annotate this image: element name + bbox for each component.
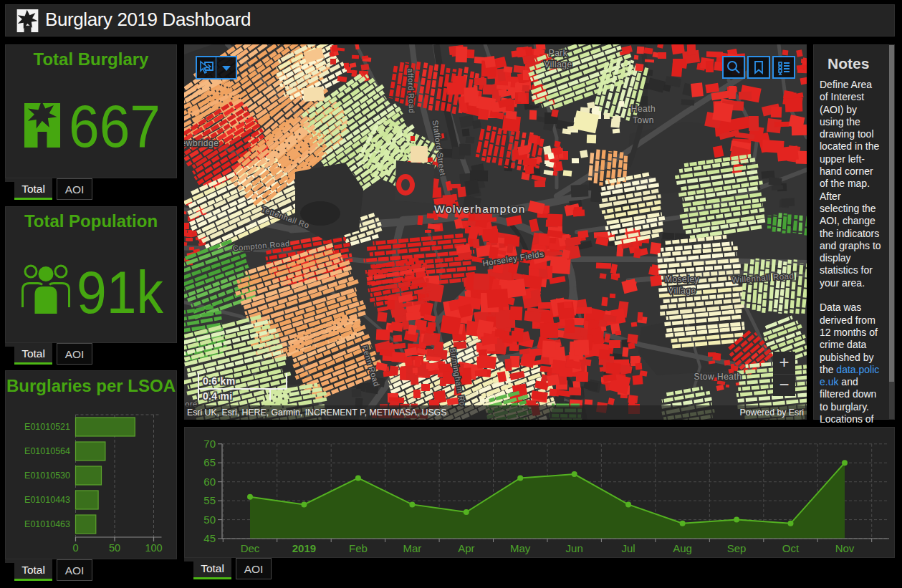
svg-text:E01010564: E01010564	[24, 446, 70, 456]
svg-text:50: 50	[109, 542, 120, 554]
svg-text:91k: 91k	[77, 259, 164, 326]
svg-text:Dec: Dec	[241, 542, 260, 554]
svg-text:Apr: Apr	[458, 542, 474, 554]
svg-text:Town: Town	[633, 115, 654, 125]
svg-text:50: 50	[203, 514, 216, 526]
svg-text:2019: 2019	[292, 542, 316, 554]
svg-text:Heath: Heath	[631, 104, 656, 114]
svg-text:Nov: Nov	[835, 542, 855, 554]
svg-text:0.6 km: 0.6 km	[203, 375, 235, 387]
svg-text:0: 0	[72, 542, 78, 554]
svg-text:Moseley: Moseley	[665, 274, 699, 284]
svg-text:Park: Park	[549, 48, 568, 58]
svg-text:667: 667	[69, 92, 160, 160]
svg-text:E01010463: E01010463	[24, 519, 70, 529]
svg-text:E01010443: E01010443	[24, 495, 70, 505]
svg-text:70: 70	[203, 438, 216, 450]
svg-text:60: 60	[203, 476, 216, 488]
svg-text:65: 65	[203, 456, 216, 468]
svg-text:Feb: Feb	[349, 542, 368, 554]
svg-text:E01010521: E01010521	[24, 422, 70, 432]
svg-text:Mar: Mar	[403, 542, 421, 554]
svg-text:Aug: Aug	[673, 542, 692, 554]
svg-text:Jul: Jul	[622, 542, 635, 554]
svg-text:Stow Heath: Stow Heath	[694, 372, 742, 382]
svg-text:Village: Village	[668, 286, 696, 296]
svg-text:45: 45	[203, 532, 216, 544]
svg-text:Sep: Sep	[727, 542, 747, 554]
svg-text:Jun: Jun	[566, 542, 583, 554]
svg-text:afford Road: afford Road	[406, 68, 416, 113]
svg-text:ewbridge: ewbridge	[184, 138, 219, 148]
svg-text:Village: Village	[544, 59, 572, 69]
svg-text:0.4 mi: 0.4 mi	[203, 390, 233, 402]
svg-text:Oct: Oct	[782, 542, 800, 554]
svg-text:100: 100	[145, 542, 162, 554]
svg-text:Wolverhampton: Wolverhampton	[434, 203, 526, 215]
svg-text:E01010530: E01010530	[24, 471, 70, 481]
svg-text:55: 55	[203, 494, 216, 506]
svg-text:May: May	[510, 542, 531, 554]
